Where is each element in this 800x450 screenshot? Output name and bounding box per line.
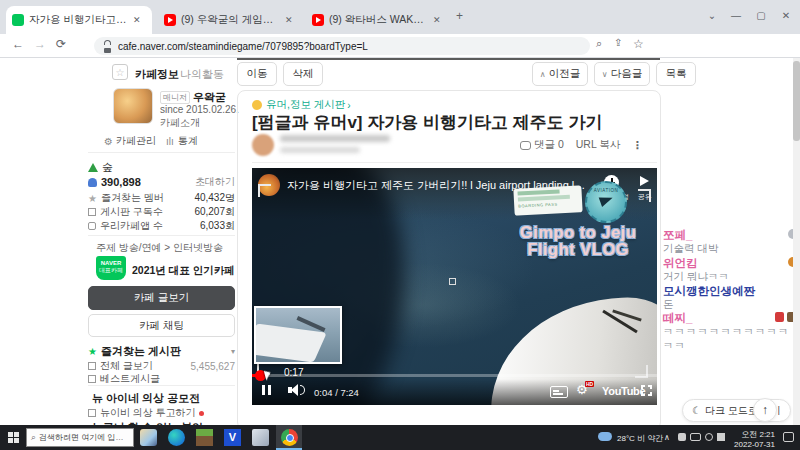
close-window-button[interactable]: ✕ xyxy=(774,0,798,30)
author-avatar[interactable] xyxy=(252,134,274,156)
tab-youtube-1[interactable]: (9) 우왁굳의 게임방송 - YouTub ✕ xyxy=(158,6,300,34)
chat-username: 모시깽한인생예짠 xyxy=(663,284,755,299)
chevron-down-icon: ∨ xyxy=(602,70,608,79)
chevron-right-icon: › xyxy=(347,100,350,111)
scroll-to-top-button[interactable]: ↑ xyxy=(753,398,777,422)
cafe-favorite-star-button[interactable]: ☆ xyxy=(112,64,128,80)
board-link[interactable]: 유머,정보 게시판 › xyxy=(252,98,351,112)
youtube-player[interactable]: 자가용 비행기타고 제주도 가버리기!! l Jeju airport land… xyxy=(252,168,657,405)
view-posts-button[interactable]: 카페 글보기 xyxy=(88,286,235,310)
viewfinder-corner xyxy=(638,189,651,202)
next-post-button[interactable]: ∨ 다음글 xyxy=(594,62,650,86)
stat-value: 60,207회 xyxy=(194,205,235,219)
volume-icon-cone xyxy=(291,384,298,396)
manager-name[interactable]: 우왁굳 xyxy=(193,90,226,105)
stat-label: 우리카페앱 수 xyxy=(100,219,163,233)
chevron-up-icon: ∧ xyxy=(540,70,546,79)
stat-label: 게시판 구독수 xyxy=(100,205,163,219)
captions-icon[interactable] xyxy=(550,386,568,398)
pause-icon[interactable] xyxy=(268,385,271,395)
tray-keyboard-icon[interactable] xyxy=(690,433,701,441)
more-options-icon[interactable]: ⋮ xyxy=(632,139,643,151)
bookmark-star-icon[interactable]: ☆ xyxy=(633,37,644,51)
comment-count[interactable]: 댓글 0 xyxy=(534,138,564,152)
chevron-down-icon[interactable]: ▾ xyxy=(231,347,235,356)
taskbar-search-box[interactable]: ⌕ 검색하려면 여기에 입력하십시오 xyxy=(26,428,134,447)
back-icon[interactable]: ← xyxy=(12,37,24,51)
taskbar-chrome-icon[interactable] xyxy=(281,429,298,446)
notification-center-icon[interactable] xyxy=(783,432,794,442)
post-list-button[interactable]: 목록 xyxy=(656,62,696,86)
badge-title: 2021년 대표 인기카페 xyxy=(132,264,235,278)
taskbar-weather[interactable]: 28°C 비 약간 xyxy=(617,433,663,444)
zoom-icon[interactable]: ⌕ xyxy=(596,37,602,50)
youtube-logo[interactable]: YouTube xyxy=(602,385,645,397)
taskbar-minecraft-icon[interactable] xyxy=(196,429,213,446)
forward-icon[interactable]: → xyxy=(34,37,46,51)
naver-cafe-favicon xyxy=(12,14,24,26)
browser-address-bar: ← → ⟳ cafe.naver.com/steamindiegame/7079… xyxy=(0,34,800,58)
start-button[interactable] xyxy=(8,432,19,443)
menu-item-costume-submit[interactable]: 뉴이비 의상 투고하기 xyxy=(88,406,235,420)
section-costume-contest[interactable]: 뉴 아이네 의상 공모전 xyxy=(92,391,200,406)
page-scrollbar-thumb[interactable] xyxy=(793,61,800,141)
favorite-boards-header[interactable]: 즐겨찾는 게시판 xyxy=(101,344,181,359)
divider xyxy=(88,385,235,386)
boarding-pass-graphic: BOARDING PASS xyxy=(513,185,582,216)
fullscreen-icon[interactable] xyxy=(641,385,652,396)
sidebar-tab-cafe-info[interactable]: 카페정보 xyxy=(135,67,179,82)
video-time: 0:04 / 7:24 xyxy=(314,387,359,398)
menu-item-all-posts[interactable]: 전체 글보기 5,455,627 xyxy=(88,359,235,373)
tray-ime-icon[interactable] xyxy=(717,433,725,441)
omnibox[interactable]: cafe.naver.com/steamindiegame/7079895?bo… xyxy=(94,37,590,55)
tab-close-icon[interactable]: ✕ xyxy=(133,15,141,25)
maximize-button[interactable]: ▢ xyxy=(749,0,773,30)
cafe-page: ☆ 카페정보 나의활동 매니저 우왁굳 since 2015.02.26. 카페… xyxy=(0,58,800,425)
post-date-redacted xyxy=(280,147,360,153)
reload-icon[interactable]: ⟳ xyxy=(56,37,66,51)
new-tab-button[interactable]: + xyxy=(456,9,463,23)
tray-icon[interactable] xyxy=(678,433,686,441)
cafe-chat-button[interactable]: 카페 채팅 xyxy=(88,314,235,337)
cafe-stats-link[interactable]: 통계 xyxy=(178,134,198,148)
stat-row: 우리카페앱 수 6,033회 xyxy=(88,219,235,233)
cafe-intro-link[interactable]: 카페소개 xyxy=(160,116,200,130)
tab-title: 자가용 비행기타고 제주도 가기 xyxy=(29,13,129,27)
tab-close-icon[interactable]: ✕ xyxy=(433,15,441,25)
tab-cafe[interactable]: 자가용 비행기타고 제주도 가기 ✕ xyxy=(6,6,152,34)
seek-preview-thumbnail xyxy=(254,306,342,364)
cafe-profile-image[interactable] xyxy=(113,88,153,124)
tab-close-icon[interactable]: ✕ xyxy=(285,15,293,25)
invite-link[interactable]: 초대하기 xyxy=(195,175,235,189)
prev-post-button[interactable]: ∧ 이전글 xyxy=(532,62,588,86)
share-icon[interactable]: ⇪ xyxy=(614,37,622,48)
minimize-button[interactable]: — xyxy=(724,0,748,30)
viewfinder-corner xyxy=(258,184,271,197)
menu-item-best-posts[interactable]: 베스트게시글 xyxy=(88,372,235,386)
divider xyxy=(88,152,235,153)
naver-top-cafe-badge: NAVER 대표카페 xyxy=(96,256,126,280)
tray-expand-icon[interactable]: ∧ xyxy=(664,433,670,442)
tray-icon[interactable] xyxy=(705,433,713,441)
chat-message: ㅋㅋㅋㅋㅋㅋㅋㅋㅋㅋㅋㅋㅋ xyxy=(663,325,800,353)
app-icon xyxy=(88,222,96,230)
delete-post-button[interactable]: 삭제 xyxy=(283,62,323,86)
tab-youtube-2[interactable]: (9) 왁타버스 WAKTAVERSE - Yo... ✕ xyxy=(306,6,448,34)
taskbar-wakmulwon-icon[interactable] xyxy=(140,429,157,446)
share-arrow-icon[interactable] xyxy=(640,176,649,186)
hd-badge: HD xyxy=(585,381,594,387)
sidebar-tab-my-activity[interactable]: 나의활동 xyxy=(180,67,224,82)
chat-username: 위언킴 xyxy=(663,256,698,271)
taskbar-folder-icon[interactable] xyxy=(252,429,269,446)
taskbar-edge-icon[interactable] xyxy=(168,429,185,446)
move-post-button[interactable]: 이동 xyxy=(237,62,277,86)
tab-search-icon[interactable]: ⌄ xyxy=(700,0,724,30)
taskbar-clock[interactable]: 오전 2:21 2022-07-31 xyxy=(731,429,775,449)
video-progress-track[interactable] xyxy=(252,374,657,377)
cafe-manage-link[interactable]: 카페관리 xyxy=(116,134,156,148)
pause-icon[interactable] xyxy=(262,385,265,395)
members-icon xyxy=(88,178,97,187)
url-copy-button[interactable]: URL 복사 xyxy=(576,138,621,152)
stat-value: 40,432명 xyxy=(194,191,235,205)
taskbar-v-app-icon[interactable]: V xyxy=(224,429,241,446)
